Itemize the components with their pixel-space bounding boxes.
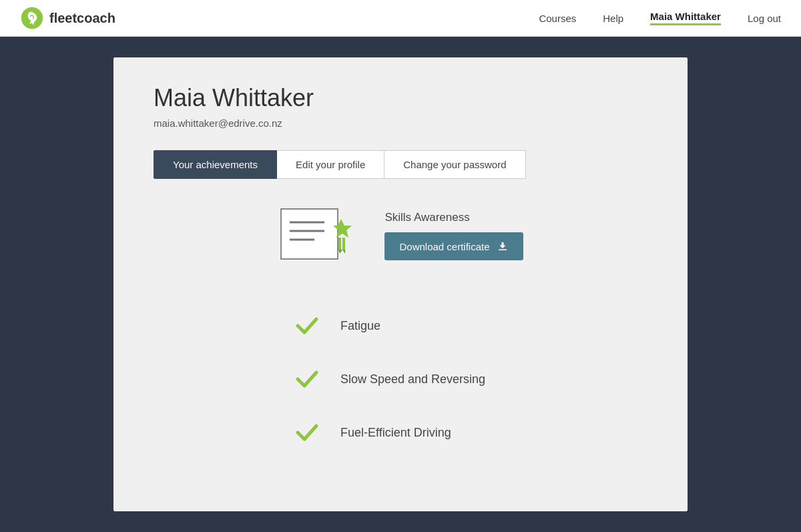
tab-change-password[interactable]: Change your password — [384, 150, 525, 179]
certificate-item: Skills Awareness Download certificate — [154, 206, 647, 279]
svg-marker-8 — [338, 250, 342, 254]
checkmark-fatigue-icon — [294, 312, 320, 339]
logo-area: fleetcoach — [20, 6, 115, 30]
certificate-title: Skills Awareness — [384, 211, 523, 224]
achievement-row-fuel: Fuel-Efficient Driving — [154, 406, 647, 459]
achievements-content: Skills Awareness Download certificate Fa… — [154, 206, 647, 459]
logo-text: fleetcoach — [49, 11, 115, 26]
download-certificate-button[interactable]: Download certificate — [384, 232, 523, 260]
certificate-svg — [278, 206, 358, 266]
user-name: Maia Whittaker — [154, 84, 647, 112]
nav-courses[interactable]: Courses — [539, 13, 576, 24]
profile-card: Maia Whittaker maia.whittaker@edrive.co.… — [113, 57, 688, 511]
svg-marker-9 — [342, 250, 345, 254]
nav-user[interactable]: Maia Whittaker — [650, 11, 721, 25]
achievement-label-fatigue: Fatigue — [340, 319, 507, 333]
certificate-icon — [278, 206, 358, 266]
download-certificate-label: Download certificate — [399, 241, 489, 252]
tabs-bar: Your achievements Edit your profile Chan… — [154, 150, 647, 179]
svg-rect-6 — [338, 238, 341, 250]
tab-edit-profile[interactable]: Edit your profile — [277, 150, 384, 179]
fleetcoach-logo-icon — [20, 6, 44, 30]
checkmark-slow-speed-icon — [294, 366, 320, 392]
achievement-label-fuel: Fuel-Efficient Driving — [340, 426, 507, 440]
header: fleetcoach Courses Help Maia Whittaker L… — [0, 0, 801, 37]
achievement-row-slow-speed: Slow Speed and Reversing — [154, 352, 647, 406]
main-content: Maia Whittaker maia.whittaker@edrive.co.… — [0, 37, 801, 532]
nav-logout[interactable]: Log out — [748, 13, 781, 24]
svg-rect-7 — [342, 238, 345, 250]
nav-help[interactable]: Help — [603, 13, 623, 24]
certificate-info: Skills Awareness Download certificate — [384, 211, 523, 260]
svg-rect-1 — [281, 209, 338, 259]
nav-links: Courses Help Maia Whittaker Log out — [539, 11, 781, 25]
achievement-label-slow-speed: Slow Speed and Reversing — [340, 372, 507, 386]
checkmark-fuel-icon — [294, 419, 320, 446]
tab-achievements[interactable]: Your achievements — [154, 150, 277, 179]
download-icon — [497, 240, 509, 252]
user-email: maia.whittaker@edrive.co.nz — [154, 117, 647, 129]
achievement-row-fatigue: Fatigue — [154, 299, 647, 352]
